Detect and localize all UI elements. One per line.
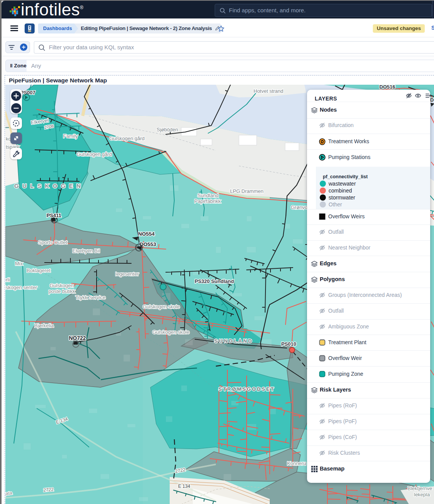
svg-text:DO516: DO516 <box>379 85 395 90</box>
svg-text:Boklageret: Boklageret <box>27 268 51 273</box>
svg-text:NO554: NO554 <box>138 231 155 237</box>
svg-text:orli: orli <box>5 277 10 283</box>
svg-text:Trykk Service: Trykk Service <box>75 295 105 300</box>
svg-text:PS320 Sundland: PS320 Sundland <box>195 278 234 284</box>
svg-text:2722: 2722 <box>43 487 54 493</box>
svg-text:Blektjernve: Blektjernve <box>407 486 432 491</box>
svg-text:ilskogen senter: ilskogen senter <box>5 285 37 290</box>
svg-text:Gulskogen skole: Gulskogen skole <box>143 304 180 310</box>
svg-text:PS010: PS010 <box>281 341 296 347</box>
svg-text:NO722: NO722 <box>69 335 86 341</box>
svg-text:D5: D5 <box>430 97 434 103</box>
svg-text:Sjøböden: Sjøböden <box>157 127 178 132</box>
svg-text:SUNDLAND: SUNDLAND <box>214 338 253 344</box>
svg-text:Gulskogen skole: Gulskogen skole <box>152 329 189 335</box>
svg-text:GULSKOGEN: GULSKOGEN <box>14 183 84 189</box>
svg-text:Gulskogen gård: Gulskogen gård <box>77 151 112 157</box>
svg-text:legesenter: legesenter <box>115 271 139 277</box>
svg-text:Hotvet strand: Hotvet strand <box>254 88 283 94</box>
svg-text:PS411: PS411 <box>47 213 61 218</box>
svg-text:Mix: Mix <box>15 261 23 266</box>
svg-text:Konneru: Konneru <box>287 460 306 466</box>
svg-text:E 134: E 134 <box>178 484 190 489</box>
svg-text:poste butikk: poste butikk <box>48 288 75 294</box>
svg-text:STRØMSGODSET: STRØMSGODSET <box>219 386 275 392</box>
svg-text:LPG Drammen: LPG Drammen <box>230 188 264 194</box>
svg-text:Gulskogen: Gulskogen <box>50 283 73 288</box>
svg-text:Gulskogen gård: Gulskogen gård <box>109 136 145 141</box>
svg-text:Sundland: Sundland <box>197 193 219 198</box>
svg-text:Elvebyen Bil: Elvebyen Bil <box>72 248 100 254</box>
svg-text:Papirfabrikk: Papirfabrikk <box>194 198 221 204</box>
svg-text:Sports Outlet: Sports Outlet <box>38 239 67 245</box>
svg-text:Bjørkelia: Bjørkelia <box>34 323 54 328</box>
svg-text:lekepla: lekepla <box>414 492 430 497</box>
svg-text:Family: Family <box>63 133 78 139</box>
